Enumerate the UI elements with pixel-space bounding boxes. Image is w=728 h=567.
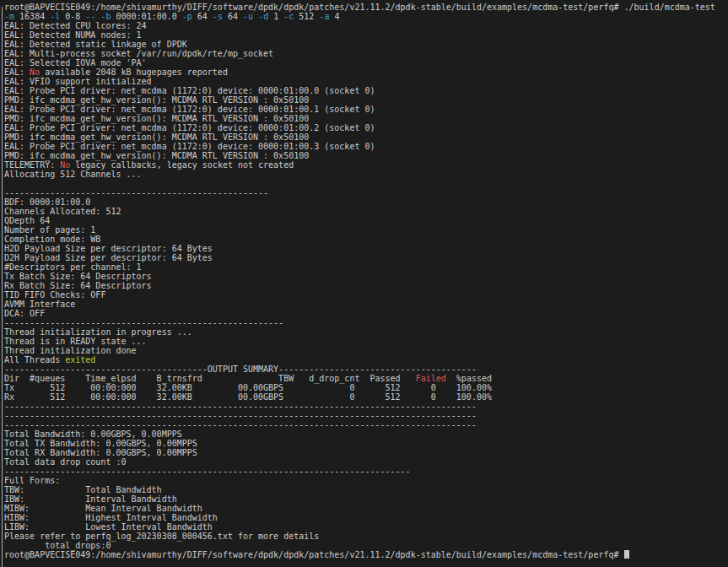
terminal-text-segment: Failed	[416, 374, 446, 383]
terminal-text-segment: ---------------------------------------	[278, 364, 477, 374]
terminal-line: PMD: ifc_mcdma_get_hw_version(): MCDMA R…	[4, 151, 728, 160]
terminal-text-segment: %passed	[446, 374, 492, 383]
terminal-text-segment: Total RX Bandwidth: 0.00GBPS, 0.00MPPS	[4, 448, 197, 457]
terminal-line: Thread initialization in progress ...	[4, 327, 728, 337]
command-flag: -a	[319, 12, 329, 21]
command-flag: -s	[213, 12, 223, 21]
terminal-text-segment: Allocating 512 Channels ...	[4, 170, 142, 179]
terminal-text-segment: 0000:01:00.0	[111, 12, 181, 21]
terminal-line: Thread is in READY state ...	[4, 337, 728, 346]
terminal-line: H2D Payload Size per descriptor: 64 Byte…	[4, 244, 728, 253]
terminal-text-segment: Thread initialization done	[4, 346, 137, 355]
terminal-text-segment: Tx 512 00:00:000 32.00KB 00.00GBPS 0 512…	[4, 383, 492, 392]
terminal-text-segment: Completion mode: WB	[4, 235, 100, 244]
command-flag: -b	[100, 12, 111, 21]
terminal-text-segment: Total data drop count :0	[4, 457, 127, 467]
terminal-text-segment: exited	[65, 355, 95, 364]
terminal-text-segment: total_drops:0	[4, 541, 111, 550]
terminal-text-segment: root@BAPVECISE049:/home/shivamurthy/DIFF…	[4, 3, 715, 12]
terminal-line: IBW: Interval Bandwidth	[4, 494, 728, 504]
terminal-text-segment: 64	[192, 12, 213, 21]
terminal-line: PMD: ifc_mcdma_get_hw_version(): MCDMA R…	[4, 95, 728, 105]
terminal-line: EAL: Detected NUMA nodes: 1	[4, 30, 728, 40]
terminal-text-segment: AVMM Interface	[4, 300, 75, 309]
terminal-line: Rx Batch Size: 64 Descriptors	[4, 281, 728, 290]
terminal-line: MIBW: Mean Interval Bandwidth	[4, 504, 728, 513]
terminal-line: Tx 512 00:00:000 32.00KB 00.00GBPS 0 512…	[4, 383, 728, 392]
terminal-text-segment: EAL: Multi-process socket /var/run/dpdk/…	[4, 49, 273, 58]
terminal-text-segment: PMD: ifc_mcdma_get_hw_version(): MCDMA R…	[4, 132, 309, 142]
terminal-text-segment: DCA: OFF	[4, 309, 45, 318]
terminal-text-segment: D2H Payload Size per descriptor: 64 Byte…	[4, 253, 213, 262]
terminal-text-segment: MIBW: Mean Interval Bandwidth	[4, 504, 202, 513]
terminal-line: Thread initialization done	[4, 346, 728, 355]
terminal-text-segment: EAL:	[4, 68, 30, 77]
terminal-text-segment: ----------------------------------------…	[4, 402, 477, 411]
terminal-text-segment: Dir #queues Time_elpsd B_trnsfrd TBW d_d…	[4, 374, 416, 383]
terminal-text-segment: ----------------------------------------…	[4, 467, 411, 476]
terminal-text-segment: EAL: VFIO support initialized	[4, 77, 152, 86]
terminal-text-segment: Thread is in READY state ...	[4, 337, 147, 346]
terminal-line: EAL: Multi-process socket /var/run/dpdk/…	[4, 49, 728, 58]
window-left-border	[2, 7, 3, 567]
terminal-line: EAL: Probe PCI driver: net_mcdma (1172:0…	[4, 86, 728, 95]
terminal-line: EAL: Detected static linkage of DPDK	[4, 40, 728, 49]
terminal-text-segment: Channels Allocated: 512	[4, 207, 121, 216]
terminal-text-segment: OUTPUT SUMMARY	[208, 364, 278, 374]
terminal-text-segment: ----------------------------------------…	[4, 188, 268, 197]
terminal-line: QDepth 64	[4, 216, 728, 225]
terminal-line: PMD: ifc_mcdma_get_hw_version(): MCDMA R…	[4, 114, 728, 123]
terminal-line: Allocating 512 Channels ...	[4, 170, 728, 179]
terminal-line: EAL: Detected CPU lcores: 24	[4, 21, 728, 30]
terminal-line: ----------------------------------------…	[4, 188, 728, 197]
terminal-text-segment: TBW: Total Bandwidth	[4, 485, 162, 494]
terminal-line: EAL: No available 2048 kB hugepages repo…	[4, 68, 728, 77]
terminal-line: All Threads exited	[4, 355, 728, 364]
terminal-text-segment: ----------------------------------------…	[4, 420, 477, 429]
terminal-line: LIBW: Lowest Interval Bandwidth	[4, 522, 728, 532]
command-flag: -d	[258, 12, 268, 21]
terminal-line: Channels Allocated: 512	[4, 207, 728, 216]
terminal-text-segment: TELEMETRY:	[4, 160, 60, 170]
terminal-line	[4, 179, 728, 188]
terminal-line: #Descriptors per channel: 1	[4, 262, 728, 272]
terminal-text-segment: EAL: Probe PCI driver: net_mcdma (1172:0…	[4, 142, 375, 151]
terminal-text-segment: Thread initialization in progress ...	[4, 327, 192, 337]
terminal-text-segment: Full Forms:	[4, 476, 60, 485]
terminal-output[interactable]: root@BAPVECISE049:/home/shivamurthy/DIFF…	[0, 0, 728, 559]
terminal-line: total_drops:0	[4, 541, 728, 550]
terminal-line: ----------------------------------------…	[4, 411, 728, 420]
terminal-cursor	[624, 550, 629, 559]
terminal-line: Tx Batch Size: 64 Descriptors	[4, 272, 728, 281]
terminal-line: TELEMETRY: No legacy callbacks, legacy s…	[4, 160, 728, 170]
terminal-text-segment: QDepth 64	[4, 216, 50, 225]
terminal-text-segment: ----------------------------------------	[4, 364, 208, 374]
terminal-line: PMD: ifc_mcdma_get_hw_version(): MCDMA R…	[4, 132, 728, 142]
terminal-line: root@BAPVECISE049:/home/shivamurthy/DIFF…	[4, 550, 728, 559]
terminal-text-segment: 0-8	[60, 12, 85, 21]
terminal-line: D2H Payload Size per descriptor: 64 Byte…	[4, 253, 728, 262]
terminal-text-segment: TID FIFO Checks: OFF	[4, 290, 105, 300]
command-flag: -u	[243, 12, 253, 21]
terminal-line: ----------------------------------------…	[4, 364, 728, 374]
terminal-text-segment: EAL: Selected IOVA mode 'PA'	[4, 58, 147, 68]
terminal-line: TID FIFO Checks: OFF	[4, 290, 728, 300]
terminal-text-segment: EAL: Probe PCI driver: net_mcdma (1172:0…	[4, 123, 375, 132]
terminal-line: EAL: Probe PCI driver: net_mcdma (1172:0…	[4, 105, 728, 114]
terminal-line: EAL: Probe PCI driver: net_mcdma (1172:0…	[4, 142, 728, 151]
terminal-text-segment: ----------------------------------------…	[4, 318, 283, 327]
terminal-line: TBW: Total Bandwidth	[4, 485, 728, 494]
terminal-line: ----------------------------------------…	[4, 318, 728, 327]
terminal-text-segment: ----------------------------------------…	[4, 411, 477, 420]
terminal-text-segment: root@BAPVECISE049:/home/shivamurthy/DIFF…	[4, 550, 624, 559]
terminal-line: ----------------------------------------…	[4, 420, 728, 429]
terminal-text-segment: No	[30, 68, 40, 77]
terminal-window: root@BAPVECISE049:/home/shivamurthy/DIFF…	[0, 0, 728, 567]
terminal-text-segment: legacy callbacks, legacy socket not crea…	[70, 160, 294, 170]
terminal-text-segment: EAL: Detected NUMA nodes: 1	[4, 30, 142, 40]
terminal-text-segment: All Threads	[4, 355, 65, 364]
terminal-text-segment: Please refer to perfq_log_20230308_00045…	[4, 532, 319, 541]
terminal-line: Rx 512 00:00:000 32.00KB 00.00GBPS 0 512…	[4, 392, 728, 402]
terminal-text-segment: PMD: ifc_mcdma_get_hw_version(): MCDMA R…	[4, 151, 309, 160]
terminal-text-segment: No	[60, 160, 70, 170]
